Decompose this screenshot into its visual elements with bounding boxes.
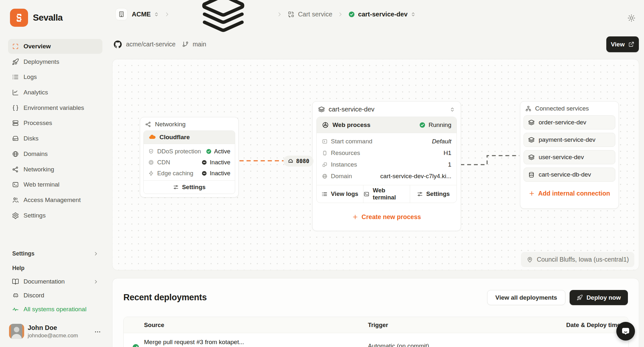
- users-icon: [12, 197, 19, 204]
- app-map-icon: [287, 11, 295, 18]
- table-header: Source Trigger Date & Deploy time: [124, 317, 628, 333]
- networking-card-header: Networking: [140, 117, 238, 130]
- activity-icon: [12, 306, 19, 313]
- sidebar-item-deployments[interactable]: Deployments: [8, 54, 102, 69]
- sidebar-item-processes[interactable]: Processes: [8, 116, 102, 130]
- web-process-panel: Web process Running Start command Defaul…: [316, 117, 457, 203]
- database-icon: [528, 171, 535, 178]
- connected-service-db[interactable]: cart-service-db-dev: [524, 168, 615, 182]
- hierarchy-icon: [525, 105, 532, 112]
- sidebar-item-discord[interactable]: Discord: [8, 289, 102, 302]
- ethernet-icon: [288, 158, 293, 164]
- plus-icon: [529, 190, 535, 197]
- detail-row: Resources H1: [317, 147, 457, 159]
- rocket-icon: [12, 58, 19, 65]
- connected-services-header: Connected services: [520, 101, 619, 115]
- sidebar-help-section: Help: [8, 265, 102, 272]
- connected-service-order[interactable]: order-service-dev: [524, 115, 615, 130]
- plus-icon: [352, 214, 358, 220]
- sun-icon[interactable]: [627, 14, 636, 22]
- gear-icon: [12, 212, 19, 219]
- table-row[interactable]: Merge pull request #3 from kotapet... Au…: [124, 333, 628, 347]
- sliders-icon: [417, 191, 423, 197]
- feature-label: DDoS protection: [157, 148, 201, 155]
- chat-widget-button[interactable]: [616, 322, 635, 341]
- zap-icon: [148, 170, 154, 176]
- domain-value[interactable]: cart-service-dev-c7ly4.ki...: [380, 173, 451, 180]
- sidebar-nav: Overview Deployments Logs Analytics Envi…: [8, 39, 102, 223]
- brand-logo[interactable]: Sevalla: [10, 9, 62, 27]
- sidebar-item-disks[interactable]: Disks: [8, 131, 102, 146]
- add-internal-connection-button[interactable]: Add internal connection: [520, 185, 619, 202]
- sidebar-item-label: Overview: [24, 43, 51, 50]
- sidebar-item-documentation[interactable]: Documentation: [8, 275, 102, 288]
- user-menu[interactable]: John Doe johndoe@acme.com: [8, 324, 102, 340]
- detail-row: Instances 1: [317, 159, 457, 170]
- sidebar-item-analytics[interactable]: Analytics: [8, 85, 102, 100]
- service-name: cart-service-dev: [329, 106, 374, 113]
- system-status-link[interactable]: All systems operational: [8, 303, 102, 316]
- sidebar-item-access-management[interactable]: Access Management: [8, 193, 102, 207]
- sidebar-item-environment-variables[interactable]: Environment variables: [8, 101, 102, 115]
- repo-link[interactable]: acme/cart-service: [126, 41, 176, 48]
- web-terminal-button[interactable]: Web terminal: [363, 185, 410, 203]
- chevrons-up-down-icon[interactable]: [449, 107, 455, 112]
- status-badge: Active: [214, 148, 230, 155]
- sidebar-item-networking[interactable]: Networking: [8, 162, 102, 177]
- sidebar: Sevalla Overview Deployments Logs Analyt…: [0, 0, 109, 347]
- chevron-right-icon: [164, 11, 170, 17]
- detail-label: Start command: [331, 138, 372, 145]
- view-all-deployments-button[interactable]: View all deployments: [487, 290, 566, 305]
- sidebar-settings-section[interactable]: Settings: [8, 250, 102, 257]
- documentation-label: Documentation: [24, 278, 65, 285]
- region-badge: Council Bluffs, Iowa (us-central1): [521, 252, 634, 267]
- drive-icon: [12, 135, 19, 142]
- column-trigger: Trigger: [368, 322, 497, 329]
- sidebar-item-web-terminal[interactable]: Web terminal: [8, 177, 102, 192]
- service-name: order-service-dev: [539, 119, 586, 126]
- braces-icon: [12, 104, 19, 111]
- org-name: ACME: [132, 11, 151, 18]
- chevrons-up-down-icon[interactable]: [154, 12, 159, 17]
- networking-settings-button[interactable]: Settings: [144, 181, 235, 194]
- view-button[interactable]: View: [606, 36, 639, 52]
- sidebar-item-logs[interactable]: Logs: [8, 70, 102, 84]
- service-canvas: Networking Cloudflare DDoS protection Ac…: [112, 59, 639, 270]
- sidebar-item-settings[interactable]: Settings: [8, 208, 102, 223]
- deployments-actions: View all deployments Deploy now: [487, 290, 628, 305]
- sidebar-item-label: Settings: [24, 212, 46, 219]
- check-circle-icon: [132, 343, 139, 347]
- discord-label: Discord: [24, 292, 44, 299]
- column-source: Source: [144, 322, 368, 329]
- connected-services-title: Connected services: [535, 105, 589, 112]
- ellipsis-icon[interactable]: [94, 328, 101, 335]
- create-new-process-button[interactable]: Create new process: [312, 203, 461, 231]
- sidebar-item-overview[interactable]: Overview: [8, 39, 102, 54]
- process-settings-button[interactable]: Settings: [410, 185, 457, 203]
- list-icon: [12, 73, 19, 81]
- connected-services-list: order-service-dev payment-service-dev us…: [524, 115, 615, 182]
- building-icon: [115, 8, 128, 20]
- connected-service-payment[interactable]: payment-service-dev: [524, 133, 615, 147]
- settings-section-label: Settings: [12, 250, 34, 257]
- breadcrumb-env[interactable]: cart-service-dev: [348, 11, 416, 18]
- chevrons-up-down-icon[interactable]: [410, 12, 416, 17]
- connected-service-user[interactable]: user-service-dev: [524, 150, 615, 164]
- detail-label: Domain: [331, 173, 352, 180]
- deployments-table: Source Trigger Date & Deploy time Merge …: [123, 317, 629, 347]
- user-email: johndoe@acme.com: [28, 333, 78, 339]
- cloudflare-header: Cloudflare: [144, 131, 235, 144]
- date-cell: 11/04/2025, 8:41 AM: [555, 340, 628, 347]
- status-badge: Running: [428, 121, 451, 129]
- deploy-now-button[interactable]: Deploy now: [570, 290, 628, 305]
- user-name: John Doe: [28, 324, 57, 332]
- disc-icon: [148, 159, 154, 165]
- layers-icon: [318, 106, 325, 113]
- layers-icon[interactable]: [175, 0, 272, 38]
- breadcrumb-app[interactable]: Cart service: [287, 11, 332, 18]
- sidebar-item-label: Deployments: [24, 58, 59, 65]
- sidebar-item-domains[interactable]: Domains: [8, 147, 102, 161]
- cloudflare-panel: Cloudflare DDoS protection Active CDN In…: [143, 130, 235, 194]
- view-logs-button[interactable]: View logs: [317, 185, 363, 203]
- breadcrumb-org[interactable]: ACME: [115, 8, 159, 20]
